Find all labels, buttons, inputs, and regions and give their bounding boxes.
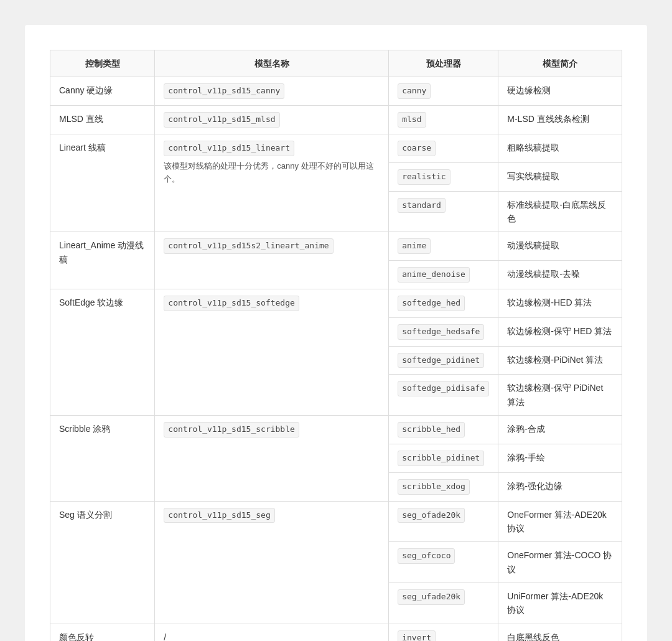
description-cell: OneFormer 算法-ADE20k 协议 bbox=[498, 501, 622, 542]
table-row: Lineart 线稿control_v11p_sd15_lineart该模型对线… bbox=[50, 134, 622, 162]
preprocessor-code: anime_denoise bbox=[398, 267, 470, 283]
model-name-cell: control_v11p_sd15_softedge bbox=[155, 289, 389, 415]
model-name-code: control_v11p_sd15_lineart bbox=[164, 141, 294, 156]
control-type-cell: Seg 语义分割 bbox=[50, 501, 155, 624]
header-model-intro: 模型简介 bbox=[498, 50, 622, 77]
description-cell: 动漫线稿提取-去噪 bbox=[498, 261, 622, 289]
preprocessor-cell: softedge_pidinet bbox=[389, 346, 498, 375]
description-cell: UniFormer 算法-ADE20k 协议 bbox=[498, 583, 622, 624]
description-cell: 软边缘检测-PiDiNet 算法 bbox=[498, 346, 622, 375]
preprocessor-code: scribble_hed bbox=[398, 422, 465, 437]
header-control-type: 控制类型 bbox=[50, 50, 155, 77]
preprocessor-cell: seg_ofcoco bbox=[389, 542, 498, 583]
description-cell: 写实线稿提取 bbox=[498, 162, 622, 191]
preprocessor-cell: softedge_pidisafe bbox=[389, 375, 498, 416]
model-name-cell: / bbox=[155, 624, 389, 641]
table-row: Canny 硬边缘control_v11p_sd15_cannycanny硬边缘… bbox=[50, 77, 622, 106]
model-name-code: control_v11p_sd15_scribble bbox=[164, 422, 299, 437]
preprocessor-code: standard bbox=[398, 198, 446, 213]
description-cell: OneFormer 算法-COCO 协议 bbox=[498, 542, 622, 583]
preprocessor-cell: softedge_hed bbox=[389, 289, 498, 317]
table-row: Scribble 涂鸦control_v11p_sd15_scribblescr… bbox=[50, 416, 622, 444]
control-type-cell: SoftEdge 软边缘 bbox=[50, 289, 155, 415]
model-name-cell: control_v11p_sd15_scribble bbox=[155, 416, 389, 501]
preprocessor-cell: scribble_pidinet bbox=[389, 444, 498, 472]
header-preprocessor: 预处理器 bbox=[389, 50, 498, 77]
model-note: 该模型对线稿的处理十分优秀，canny 处理不好的可以用这个。 bbox=[164, 160, 380, 186]
description-cell: M-LSD 直线线条检测 bbox=[498, 106, 622, 134]
preprocessor-code: softedge_pidisafe bbox=[398, 381, 489, 396]
model-name-code: control_v11p_sd15_seg bbox=[164, 508, 274, 523]
description-cell: 软边缘检测-保守 HED 算法 bbox=[498, 317, 622, 346]
model-name-code: control_v11p_sd15_softedge bbox=[164, 296, 299, 311]
model-name-code: control_v11p_sd15_mlsd bbox=[164, 112, 279, 128]
preprocessor-cell: seg_ofade20k bbox=[389, 501, 498, 542]
control-type-cell: Lineart 线稿 bbox=[50, 134, 155, 232]
description-cell: 动漫线稿提取 bbox=[498, 232, 622, 261]
model-name-cell: control_v11p_sd15_canny bbox=[155, 77, 389, 106]
description-cell: 涂鸦-手绘 bbox=[498, 444, 622, 472]
description-cell: 白底黑线反色 bbox=[498, 624, 622, 641]
preprocessor-code: mlsd bbox=[398, 112, 426, 128]
control-type-cell: Lineart_Anime 动漫线稿 bbox=[50, 232, 155, 289]
preprocessor-code: coarse bbox=[398, 141, 436, 156]
preprocessor-code: canny bbox=[398, 83, 431, 99]
preprocessor-cell: coarse bbox=[389, 134, 498, 162]
model-name-cell: control_v11p_sd15_seg bbox=[155, 501, 389, 624]
controlnet-table: 控制类型 模型名称 预处理器 模型简介 Canny 硬边缘control_v11… bbox=[50, 50, 622, 641]
description-cell: 软边缘检测-保守 PiDiNet 算法 bbox=[498, 375, 622, 416]
header-model-name: 模型名称 bbox=[155, 50, 389, 77]
preprocessor-code: scribble_xdog bbox=[398, 479, 470, 495]
preprocessor-code: realistic bbox=[398, 169, 450, 185]
model-name-code: control_v11p_sd15s2_lineart_anime bbox=[164, 238, 333, 254]
control-type-cell: MLSD 直线 bbox=[50, 106, 155, 134]
model-name-cell: control_v11p_sd15s2_lineart_anime bbox=[155, 232, 389, 289]
table-row: MLSD 直线control_v11p_sd15_mlsdmlsdM-LSD 直… bbox=[50, 106, 622, 134]
preprocessor-code: invert bbox=[398, 630, 436, 641]
preprocessor-cell: anime bbox=[389, 232, 498, 261]
model-name-cell: control_v11p_sd15_lineart该模型对线稿的处理十分优秀，c… bbox=[155, 134, 389, 232]
page-wrapper: 控制类型 模型名称 预处理器 模型简介 Canny 硬边缘control_v11… bbox=[25, 25, 647, 641]
table-header-row: 控制类型 模型名称 预处理器 模型简介 bbox=[50, 50, 622, 77]
description-cell: 标准线稿提取-白底黑线反色 bbox=[498, 191, 622, 232]
preprocessor-cell: realistic bbox=[389, 162, 498, 191]
control-type-cell: Scribble 涂鸦 bbox=[50, 416, 155, 501]
control-type-cell: 颜色反转 bbox=[50, 624, 155, 641]
preprocessor-code: seg_ofcoco bbox=[398, 548, 455, 564]
description-cell: 粗略线稿提取 bbox=[498, 134, 622, 162]
table-row: SoftEdge 软边缘control_v11p_sd15_softedgeso… bbox=[50, 289, 622, 317]
table-row: Lineart_Anime 动漫线稿control_v11p_sd15s2_li… bbox=[50, 232, 622, 261]
preprocessor-code: softedge_pidinet bbox=[398, 353, 484, 368]
preprocessor-code: seg_ufade20k bbox=[398, 589, 465, 605]
preprocessor-cell: mlsd bbox=[389, 106, 498, 134]
control-type-cell: Canny 硬边缘 bbox=[50, 77, 155, 106]
preprocessor-cell: invert bbox=[389, 624, 498, 641]
preprocessor-cell: scribble_xdog bbox=[389, 472, 498, 501]
preprocessor-cell: anime_denoise bbox=[389, 261, 498, 289]
preprocessor-cell: seg_ufade20k bbox=[389, 583, 498, 624]
description-cell: 涂鸦-强化边缘 bbox=[498, 472, 622, 501]
preprocessor-code: anime bbox=[398, 238, 431, 254]
table-row: Seg 语义分割control_v11p_sd15_segseg_ofade20… bbox=[50, 501, 622, 542]
table-row: 颜色反转/invert白底黑线反色 bbox=[50, 624, 622, 641]
model-name-code: control_v11p_sd15_canny bbox=[164, 83, 284, 99]
preprocessor-cell: standard bbox=[389, 191, 498, 232]
preprocessor-code: seg_ofade20k bbox=[398, 508, 465, 523]
model-name-cell: control_v11p_sd15_mlsd bbox=[155, 106, 389, 134]
preprocessor-cell: softedge_hedsafe bbox=[389, 317, 498, 346]
preprocessor-cell: scribble_hed bbox=[389, 416, 498, 444]
preprocessor-code: softedge_hed bbox=[398, 296, 465, 311]
preprocessor-cell: canny bbox=[389, 77, 498, 106]
preprocessor-code: scribble_pidinet bbox=[398, 451, 484, 466]
preprocessor-code: softedge_hedsafe bbox=[398, 324, 484, 340]
description-cell: 硬边缘检测 bbox=[498, 77, 622, 106]
description-cell: 软边缘检测-HED 算法 bbox=[498, 289, 622, 317]
description-cell: 涂鸦-合成 bbox=[498, 416, 622, 444]
